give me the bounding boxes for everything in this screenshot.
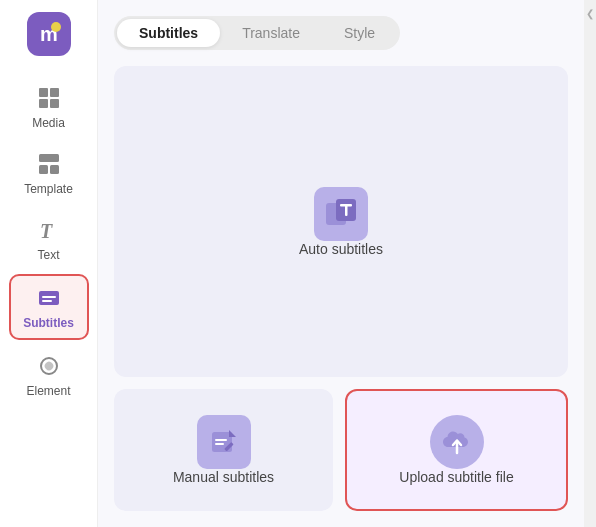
manual-subtitles-card[interactable]: Manual subtitles bbox=[114, 389, 333, 511]
manual-subtitles-icon bbox=[197, 415, 251, 469]
upload-subtitle-label: Upload subtitle file bbox=[399, 469, 513, 485]
svg-rect-6 bbox=[39, 154, 59, 162]
scroll-arrow[interactable]: ❮ bbox=[586, 8, 594, 19]
svg-point-1 bbox=[51, 22, 61, 32]
svg-rect-8 bbox=[50, 165, 59, 174]
tab-subtitles[interactable]: Subtitles bbox=[117, 19, 220, 47]
svg-rect-17 bbox=[345, 204, 348, 216]
auto-subtitles-label: Auto subtitles bbox=[299, 241, 383, 257]
upload-icon bbox=[430, 415, 484, 469]
scrollbar[interactable]: ❮ bbox=[584, 0, 596, 527]
media-icon bbox=[35, 84, 63, 112]
auto-subtitles-icon bbox=[314, 187, 368, 241]
template-icon bbox=[35, 150, 63, 178]
svg-rect-5 bbox=[50, 99, 59, 108]
tab-translate[interactable]: Translate bbox=[220, 19, 322, 47]
tab-bar: Subtitles Translate Style bbox=[114, 16, 400, 50]
sidebar-item-media[interactable]: Media bbox=[9, 76, 89, 138]
svg-rect-4 bbox=[39, 99, 48, 108]
upload-subtitle-card[interactable]: Upload subtitle file bbox=[345, 389, 568, 511]
main-content: Subtitles Translate Style Auto subtitles bbox=[98, 0, 584, 527]
tab-style[interactable]: Style bbox=[322, 19, 397, 47]
sidebar-item-text-label: Text bbox=[37, 248, 59, 262]
subtitles-icon bbox=[35, 284, 63, 312]
auto-subtitles-card[interactable]: Auto subtitles bbox=[114, 66, 568, 377]
svg-text:T: T bbox=[40, 220, 53, 242]
sidebar-item-template[interactable]: Template bbox=[9, 142, 89, 204]
svg-rect-19 bbox=[215, 439, 227, 441]
sidebar-item-element-label: Element bbox=[26, 384, 70, 398]
sidebar: m Media Template T bbox=[0, 0, 98, 527]
sidebar-item-subtitles[interactable]: Subtitles bbox=[9, 274, 89, 340]
sidebar-item-subtitles-label: Subtitles bbox=[23, 316, 74, 330]
svg-rect-12 bbox=[42, 300, 52, 302]
sidebar-item-text[interactable]: T Text bbox=[9, 208, 89, 270]
sidebar-item-element[interactable]: Element bbox=[9, 344, 89, 406]
bottom-card-row: Manual subtitles Upload subtitle file bbox=[114, 389, 568, 511]
text-icon: T bbox=[35, 216, 63, 244]
svg-rect-20 bbox=[215, 443, 224, 445]
content-area: Auto subtitles Manual subtitles bbox=[114, 66, 568, 511]
element-icon bbox=[35, 352, 63, 380]
svg-rect-7 bbox=[39, 165, 48, 174]
sidebar-item-template-label: Template bbox=[24, 182, 73, 196]
manual-subtitles-label: Manual subtitles bbox=[173, 469, 274, 485]
svg-rect-2 bbox=[39, 88, 48, 97]
svg-rect-3 bbox=[50, 88, 59, 97]
svg-rect-11 bbox=[42, 296, 56, 298]
sidebar-item-media-label: Media bbox=[32, 116, 65, 130]
app-logo: m bbox=[27, 12, 71, 56]
